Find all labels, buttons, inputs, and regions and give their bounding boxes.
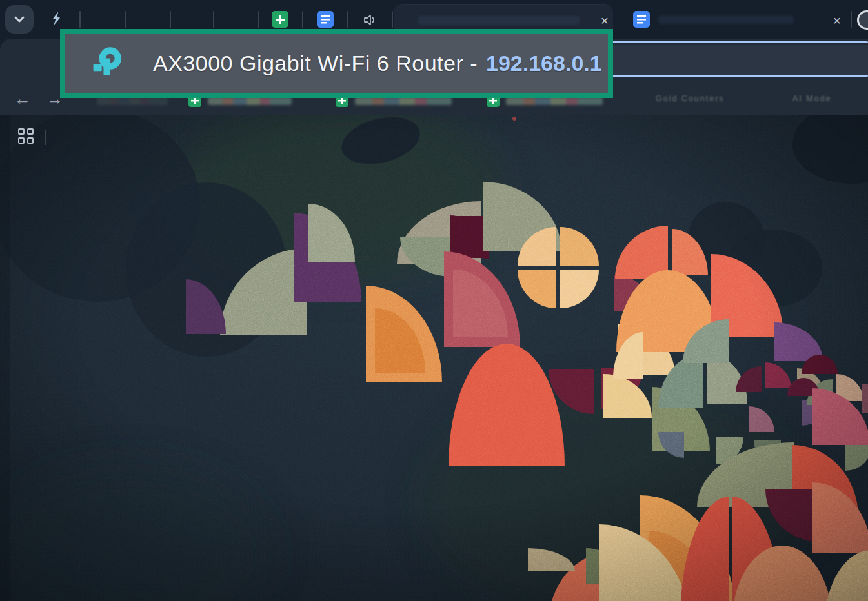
toolbar-divider: [45, 130, 46, 145]
google-sheets-icon: [272, 11, 288, 28]
grid-square: [27, 128, 34, 135]
tooltip-ip-address: 192.168.0.1: [486, 51, 602, 76]
tab-divider: [347, 11, 348, 28]
grid-apps-icon[interactable]: [18, 128, 34, 144]
tab-divider: [851, 11, 852, 28]
close-tab-icon[interactable]: ×: [829, 12, 845, 29]
grid-square: [18, 137, 25, 144]
tab-audio[interactable]: [362, 12, 378, 30]
tab-divider: [125, 11, 126, 28]
avatar[interactable]: [857, 10, 868, 30]
bolt-icon: [51, 11, 62, 26]
tab-sheets[interactable]: [272, 11, 288, 28]
grid-square: [18, 128, 25, 135]
tab-title-smudge: [658, 15, 794, 24]
tab-divider: [170, 11, 171, 28]
tp-link-logo-icon: [90, 46, 126, 82]
tooltip-title: AX3000 Gigabit Wi-Fi 6 Router -: [153, 51, 478, 76]
speaker-icon: [362, 12, 378, 28]
close-tab-icon[interactable]: ×: [596, 12, 613, 29]
tab-divider: [213, 11, 214, 28]
tab-search-chevron-button[interactable]: [5, 5, 34, 34]
bookmark-folder-label[interactable]: AI Mode: [792, 94, 854, 104]
tab-divider: [79, 11, 81, 28]
tab-divider: [258, 11, 259, 28]
bookmark-folder-label[interactable]: Gold Counters: [656, 94, 759, 104]
tab-docs[interactable]: [317, 11, 334, 28]
tab-divider: [302, 11, 303, 28]
tab-title-tooltip: AX3000 Gigabit Wi-Fi 6 Router - 192.168.…: [60, 29, 613, 98]
chevron-down-icon: [11, 11, 28, 28]
tab-docs-2[interactable]: ×: [614, 4, 851, 39]
google-docs-icon: [633, 11, 650, 28]
tab-title-smudge: [418, 16, 580, 25]
grid-square: [27, 137, 34, 144]
wallpaper-art: [0, 115, 868, 601]
back-button[interactable]: ←: [14, 90, 31, 107]
tab-pinned-1[interactable]: [52, 12, 61, 26]
screen: { "tooltip": { "title_prefix": "AX3000 G…: [0, 0, 868, 601]
google-docs-icon: [317, 11, 334, 28]
tab-divider: [392, 11, 393, 28]
